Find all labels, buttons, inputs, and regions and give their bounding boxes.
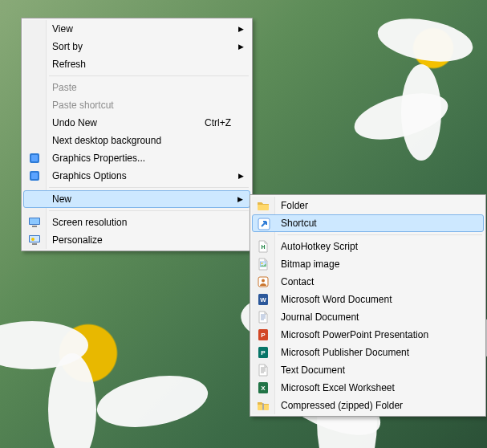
menu-item-docx[interactable]: Microsoft Word Document bbox=[252, 291, 484, 308]
menu-item-jnt[interactable]: Journal Document bbox=[252, 308, 484, 326]
menu-item-gfx-opts[interactable]: Graphics Options▶ bbox=[23, 167, 250, 185]
menu-item-view[interactable]: View▶ bbox=[23, 20, 250, 38]
menu-item-gfx-props[interactable]: Graphics Properties... bbox=[23, 149, 250, 167]
menu-item-next-bg[interactable]: Next desktop background bbox=[23, 132, 250, 149]
menu-item-label: Microsoft Excel Worksheet bbox=[281, 382, 395, 393]
menu-separator bbox=[49, 75, 249, 76]
menu-item-label: View bbox=[52, 23, 73, 35]
desktop-context-menu: View▶Sort by▶RefreshPastePaste shortcutU… bbox=[21, 18, 253, 251]
menu-item-sortby[interactable]: Sort by▶ bbox=[23, 38, 250, 55]
submenu-arrow-icon: ▶ bbox=[238, 167, 244, 185]
menu-item-label: Contact bbox=[281, 276, 314, 287]
folder-icon bbox=[256, 198, 270, 213]
menu-item-label: Screen resolution bbox=[52, 217, 127, 228]
menu-item-label: Next desktop background bbox=[52, 135, 161, 146]
menu-item-folder[interactable]: Folder bbox=[252, 197, 484, 214]
menu-item-paste: Paste bbox=[23, 79, 250, 96]
menu-item-label: Journal Document bbox=[281, 312, 359, 323]
menu-separator bbox=[278, 234, 482, 235]
menu-item-undo[interactable]: Undo NewCtrl+Z bbox=[23, 114, 250, 132]
submenu-arrow-icon: ▶ bbox=[238, 20, 244, 38]
menu-item-label: Graphics Options bbox=[52, 170, 127, 181]
menu-item-shortcut[interactable]: Shortcut bbox=[252, 214, 484, 232]
menu-item-txt[interactable]: Text Document bbox=[252, 361, 484, 379]
journal-icon bbox=[256, 310, 270, 324]
menu-item-accelerator: Ctrl+Z bbox=[205, 114, 231, 132]
menu-item-screen-res[interactable]: Screen resolution bbox=[23, 214, 250, 231]
menu-item-label: Refresh bbox=[52, 59, 86, 70]
menu-item-label: Paste shortcut bbox=[52, 100, 114, 111]
menu-item-label: AutoHotkey Script bbox=[281, 241, 358, 252]
menu-item-label: Undo New bbox=[52, 117, 97, 128]
submenu-arrow-icon: ▶ bbox=[237, 191, 243, 207]
zip-icon bbox=[256, 398, 270, 413]
menu-item-label: Microsoft Word Document bbox=[281, 294, 392, 305]
menu-separator bbox=[49, 187, 249, 188]
ahk-icon bbox=[256, 239, 270, 254]
word-icon bbox=[256, 292, 270, 307]
menu-item-paste-shortcut: Paste shortcut bbox=[23, 96, 250, 114]
menu-item-pub[interactable]: Microsoft Publisher Document bbox=[252, 344, 484, 361]
menu-item-label: Microsoft PowerPoint Presentation bbox=[281, 329, 428, 340]
menu-item-personalize[interactable]: Personalize bbox=[23, 231, 250, 249]
menu-item-label: Personalize bbox=[52, 234, 103, 246]
menu-item-bmp[interactable]: Bitmap image bbox=[252, 255, 484, 273]
new-submenu: FolderShortcutAutoHotkey ScriptBitmap im… bbox=[250, 194, 486, 417]
monitor-icon bbox=[27, 215, 42, 230]
menu-separator bbox=[49, 210, 249, 211]
ppt-icon bbox=[256, 328, 270, 342]
menu-item-xlsx[interactable]: Microsoft Excel Worksheet bbox=[252, 379, 484, 397]
menu-item-label: Text Document bbox=[281, 365, 345, 376]
personalize-icon bbox=[27, 233, 42, 247]
txt-icon bbox=[256, 363, 270, 377]
excel-icon bbox=[256, 381, 270, 395]
submenu-arrow-icon: ▶ bbox=[238, 38, 244, 55]
menu-item-zip[interactable]: Compressed (zipped) Folder bbox=[252, 397, 484, 414]
menu-item-refresh[interactable]: Refresh bbox=[23, 55, 250, 73]
menu-item-label: Folder bbox=[281, 200, 308, 211]
menu-item-ahk[interactable]: AutoHotkey Script bbox=[252, 238, 484, 255]
menu-item-contact[interactable]: Contact bbox=[252, 273, 484, 291]
menu-item-pptx[interactable]: Microsoft PowerPoint Presentation bbox=[252, 326, 484, 344]
menu-item-label: Compressed (zipped) Folder bbox=[281, 400, 403, 411]
menu-item-label: Paste bbox=[52, 82, 77, 93]
shortcut-icon bbox=[257, 217, 271, 231]
menu-item-label: Shortcut bbox=[281, 218, 317, 229]
menu-item-new[interactable]: New▶ bbox=[23, 190, 250, 208]
pub-icon bbox=[256, 345, 270, 360]
chip-icon bbox=[27, 169, 42, 183]
menu-item-label: New bbox=[52, 193, 71, 205]
menu-item-label: Microsoft Publisher Document bbox=[281, 347, 409, 358]
chip-icon bbox=[27, 151, 42, 165]
menu-item-label: Bitmap image bbox=[281, 259, 339, 270]
menu-item-label: Graphics Properties... bbox=[52, 153, 145, 164]
menu-item-label: Sort by bbox=[52, 41, 83, 52]
contact-icon bbox=[256, 275, 270, 289]
bmp-icon bbox=[256, 257, 270, 271]
